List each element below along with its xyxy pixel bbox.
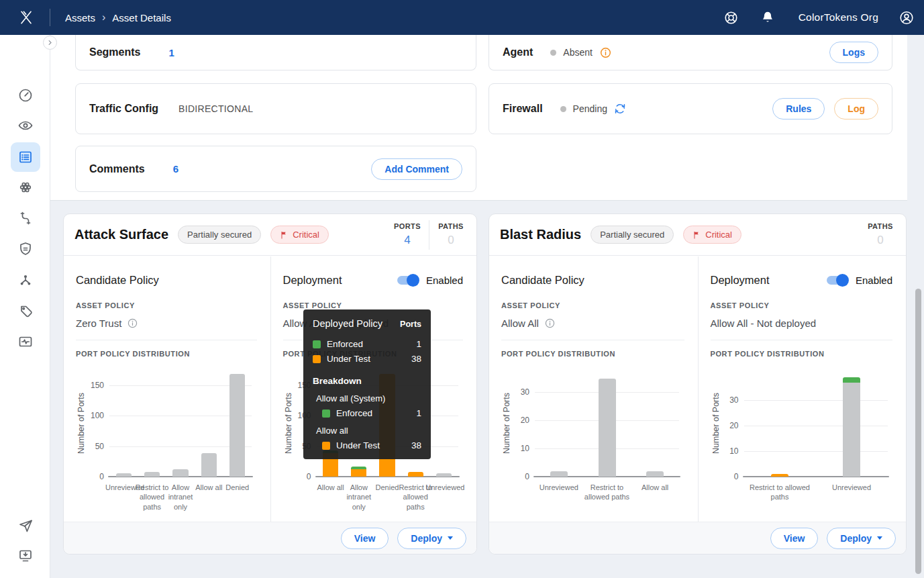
logs-button[interactable]: Logs — [829, 42, 878, 63]
attack-candidate-policy-value: Zero Trust — [76, 318, 257, 329]
bar-unreviewed[interactable] — [436, 473, 452, 477]
view-button[interactable]: View — [341, 528, 389, 549]
attack-stats: PORTS 4 PATHS 0 — [386, 214, 476, 255]
sidebar-item-tags[interactable] — [11, 296, 40, 326]
agent-label: Agent — [503, 46, 533, 58]
bar-allow-intranet-only[interactable] — [172, 469, 188, 477]
firewall-refresh-icon[interactable] — [614, 103, 626, 115]
column-divider — [711, 340, 893, 340]
top-navbar: Assets › Asset Details ColorTokens Org — [0, 0, 924, 35]
bar-allow-intranet-only[interactable] — [351, 467, 366, 477]
monitoring-icon — [17, 334, 34, 350]
enforced-swatch-icon — [313, 340, 321, 348]
bar-denied[interactable] — [229, 374, 245, 477]
info-icon[interactable] — [127, 318, 138, 329]
connections-icon — [17, 210, 34, 226]
sidebar-item-launch[interactable] — [11, 511, 40, 540]
bar-unreviewed[interactable] — [116, 473, 132, 477]
y-tick-label: 0 — [719, 472, 739, 481]
log-button[interactable]: Log — [834, 98, 878, 119]
sidebar-item-install[interactable] — [11, 541, 40, 571]
blast-paths-value: 0 — [859, 234, 902, 247]
launch-icon — [17, 518, 34, 534]
blast-radius-title: Blast Radius — [500, 227, 581, 242]
deployment-toggle[interactable] — [397, 276, 417, 285]
comments-count-link[interactable]: 6 — [173, 163, 178, 175]
blast-candidate-chart[interactable]: Number of Ports0102030UnreviewedRestrict… — [501, 362, 684, 506]
colortokens-logo-icon[interactable] — [17, 9, 35, 26]
sidebar-item-policies[interactable] — [11, 234, 40, 264]
agent-status: Absent — [563, 47, 593, 58]
sidebar-collapse-button[interactable] — [43, 36, 57, 50]
sidebar-item-dashboard[interactable] — [11, 81, 40, 110]
tags-icon — [17, 303, 34, 319]
deploy-button[interactable]: Deploy — [397, 528, 466, 549]
network-icon — [17, 272, 34, 288]
asset-policy-label: ASSET POLICY — [711, 301, 893, 309]
notifications-bell-icon[interactable] — [760, 9, 776, 26]
account-avatar-icon[interactable] — [899, 9, 915, 26]
port-policy-distribution-label: PORT POLICY DISTRIBUTION — [76, 350, 257, 358]
attack-paths-value: 0 — [429, 234, 472, 247]
org-name[interactable]: ColorTokens Org — [799, 11, 878, 23]
asset-policy-label: ASSET POLICY — [76, 301, 257, 309]
view-button[interactable]: View — [770, 528, 819, 549]
bar-allow-all[interactable] — [201, 453, 217, 477]
tooltip-title: Deployed Policy — [313, 318, 382, 329]
bar-restrict-to-allowed-paths[interactable] — [771, 474, 788, 477]
blast-radius-panel: Blast Radius Partially secured Critical … — [489, 213, 907, 555]
blast-radius-footer: View Deploy — [489, 522, 906, 554]
flag-icon — [692, 230, 701, 240]
blast-deployment-policy-value: Allow All - Not deployed — [711, 318, 893, 329]
y-tick-label: 0 — [84, 472, 104, 481]
caret-down-icon — [448, 536, 453, 540]
deployment-toggle[interactable] — [827, 276, 847, 285]
attack-candidate-column: Candidate Policy ASSET POLICY Zero Trust… — [64, 256, 270, 522]
y-tick-label: 50 — [84, 442, 104, 451]
sidebar-item-segments[interactable] — [11, 173, 40, 202]
bar-allow-all[interactable] — [646, 471, 664, 477]
tooltip-group-row: Under Test 38 — [313, 440, 421, 450]
bar-restrict-to-allowed-paths[interactable] — [408, 472, 423, 477]
traffic-config-label: Traffic Config — [89, 103, 158, 115]
bar-restrict-to-allowed-paths[interactable] — [599, 379, 616, 477]
breadcrumb-current: Asset Details — [112, 12, 171, 23]
help-lifebuoy-icon[interactable] — [723, 9, 739, 26]
comments-card: Comments 6 Add Comment — [75, 146, 476, 192]
policies-icon — [17, 241, 34, 257]
y-tick-label: 30 — [509, 387, 529, 397]
blast-candidate-column: Candidate Policy ASSET POLICY Allow All … — [489, 256, 698, 522]
info-icon[interactable] — [544, 318, 556, 329]
sidebar-item-monitoring[interactable] — [11, 327, 40, 356]
add-comment-button[interactable]: Add Comment — [371, 158, 462, 180]
attack-ports-stat: PORTS 4 — [386, 222, 429, 247]
bar-unreviewed[interactable] — [550, 471, 568, 477]
enforced-swatch-icon — [322, 410, 330, 418]
blast-deployment-chart[interactable]: Number of Ports0102030Restrict to allowe… — [711, 362, 893, 506]
sidebar-item-visibility[interactable] — [11, 111, 40, 140]
rules-button[interactable]: Rules — [772, 98, 825, 119]
sidebar-item-connections[interactable] — [11, 203, 40, 233]
under-test-swatch-icon — [322, 442, 330, 450]
attack-ports-value[interactable]: 4 — [386, 234, 429, 247]
bar-unreviewed[interactable] — [843, 377, 860, 477]
attack-secured-badge: Partially secured — [178, 226, 261, 244]
deploy-button[interactable]: Deploy — [827, 528, 896, 549]
bar-restrict-to-allowed-paths[interactable] — [144, 472, 160, 477]
segments-count-link[interactable]: 1 — [168, 47, 174, 58]
attack-critical-badge: Critical — [270, 226, 329, 244]
dashboard-icon — [17, 87, 34, 103]
y-tick-label: 30 — [719, 395, 739, 405]
y-tick-label: 20 — [509, 416, 529, 425]
breadcrumb-assets[interactable]: Assets — [65, 12, 95, 23]
attack-candidate-chart[interactable]: Number of Ports050100150UnreviewedRestri… — [76, 362, 257, 506]
sidebar-item-assets[interactable] — [11, 142, 40, 172]
x-tick-label: Unreviewed — [812, 483, 892, 492]
under-test-swatch-icon — [313, 355, 321, 363]
attack-surface-header: Attack Surface Partially secured Critica… — [64, 214, 476, 256]
agent-info-icon[interactable] — [599, 46, 612, 59]
vertical-scrollbar[interactable] — [915, 289, 921, 574]
comments-label: Comments — [89, 163, 145, 175]
sidebar-item-settings[interactable] — [11, 572, 40, 578]
sidebar-item-network[interactable] — [11, 265, 40, 295]
